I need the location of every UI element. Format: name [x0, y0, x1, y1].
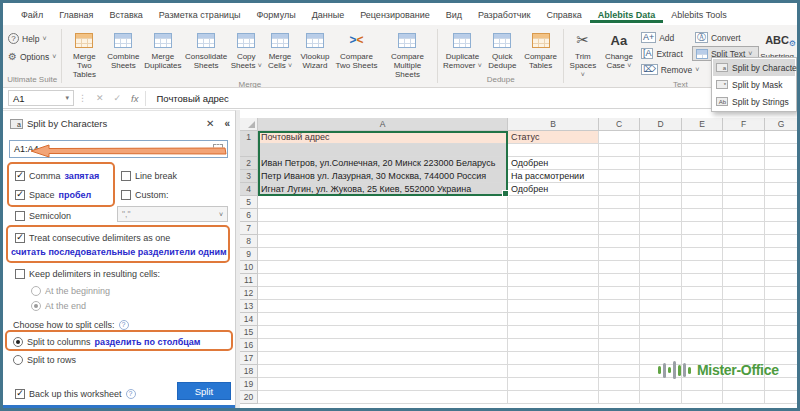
cell-E2[interactable] [682, 157, 723, 170]
row-header-4[interactable]: 4 [240, 183, 258, 196]
column-header-D[interactable]: D [640, 118, 682, 131]
cell-A3[interactable]: Петр Иванов ул. Лазурная, 30 Москва, 744… [258, 170, 508, 183]
cell-F9[interactable] [723, 248, 765, 261]
cell-F8[interactable] [723, 235, 765, 248]
split-to-columns-radio[interactable] [13, 337, 23, 347]
cell-C1[interactable] [599, 131, 640, 144]
cell-G14[interactable] [765, 313, 798, 326]
cell-G12[interactable] [765, 287, 798, 300]
column-header-G[interactable]: G [765, 118, 798, 131]
cell-C7[interactable] [599, 222, 640, 235]
cell-G13[interactable] [765, 300, 798, 313]
cell-B2[interactable]: Одобрен [508, 157, 599, 170]
cell-D9[interactable] [640, 248, 682, 261]
cell-G4[interactable] [765, 183, 798, 196]
menu-item-split-by-characters[interactable]: aSplit by Characters [713, 59, 795, 76]
column-header-B[interactable]: B [508, 118, 599, 131]
tab-view[interactable]: Вид [438, 6, 470, 23]
cell-B15[interactable] [508, 326, 599, 339]
cell-C3[interactable] [599, 170, 640, 183]
cell-A8[interactable] [258, 235, 508, 248]
cell-B10[interactable] [508, 261, 599, 274]
custom-checkbox[interactable] [121, 190, 131, 200]
cell-F6[interactable] [723, 209, 765, 222]
cell-B3[interactable]: На рассмотрении [508, 170, 599, 183]
cell-E1[interactable] [682, 131, 723, 144]
column-header-F[interactable]: F [723, 118, 765, 131]
cell-B17[interactable] [508, 352, 599, 365]
cell-B20[interactable] [508, 391, 599, 404]
cell-D12[interactable] [640, 287, 682, 300]
cell-C15[interactable] [599, 326, 640, 339]
cell-D13[interactable] [640, 300, 682, 313]
tab-ablebits-tools[interactable]: Ablebits Tools [663, 6, 734, 23]
cell-F11[interactable] [723, 274, 765, 287]
cell-B16[interactable] [508, 339, 599, 352]
cell-A7[interactable] [258, 222, 508, 235]
merge-cells-button[interactable]: Merge Cells ˅ [264, 28, 297, 71]
cell-F1[interactable] [723, 131, 765, 144]
row-header-1[interactable]: 1 [240, 131, 258, 157]
cell-E6[interactable] [682, 209, 723, 222]
custom-delimiter-select[interactable]: ","˅ [117, 206, 228, 222]
cell-B14[interactable] [508, 313, 599, 326]
cell-C9[interactable] [599, 248, 640, 261]
cell-C2[interactable] [599, 157, 640, 170]
cell-C13[interactable] [599, 300, 640, 313]
help-circle-icon[interactable]: ? [119, 320, 129, 330]
cell-A20[interactable] [258, 391, 508, 404]
cell-B1-lower[interactable] [508, 144, 599, 157]
cell-E14[interactable] [682, 313, 723, 326]
tab-home[interactable]: Главная [51, 6, 101, 23]
cell-B18[interactable] [508, 365, 599, 378]
tab-page-layout[interactable]: Разметка страницы [151, 6, 249, 23]
cell-F2[interactable] [723, 157, 765, 170]
cell-E15[interactable] [682, 326, 723, 339]
cell-G5[interactable] [765, 196, 798, 209]
cell-B1[interactable]: Статус [508, 131, 599, 144]
cell-G19[interactable] [765, 378, 798, 391]
cell-B8[interactable] [508, 235, 599, 248]
cell-B11[interactable] [508, 274, 599, 287]
collapse-icon[interactable]: « [224, 118, 230, 129]
cell-C12[interactable] [599, 287, 640, 300]
help-circle-icon[interactable]: ? [126, 389, 136, 399]
space-checkbox[interactable] [15, 190, 25, 200]
cell-F20[interactable] [723, 391, 765, 404]
cell-C4[interactable] [599, 183, 640, 196]
cell-D14[interactable] [640, 313, 682, 326]
row-header-18[interactable]: 18 [240, 365, 258, 378]
tab-file[interactable]: Файл [13, 6, 51, 23]
duplicate-remover-button[interactable]: Duplicate Remover ˅ [440, 28, 484, 71]
range-input[interactable]: A1:A4 [9, 140, 228, 158]
cell-E11[interactable] [682, 274, 723, 287]
cell-E8[interactable] [682, 235, 723, 248]
cell-G8[interactable] [765, 235, 798, 248]
cell-G7[interactable] [765, 222, 798, 235]
cell-A15[interactable] [258, 326, 508, 339]
cell-G11[interactable] [765, 274, 798, 287]
compare-tables-button[interactable]: Compare Tables [520, 28, 561, 71]
cell-A4[interactable]: Игнат Лугин, ул. Жукова, 25 Киев, 552000… [258, 183, 508, 196]
row-header-8[interactable]: 8 [240, 235, 258, 248]
enter-icon[interactable]: ✓ [114, 93, 122, 103]
cell-A18[interactable] [258, 365, 508, 378]
row-header-16[interactable]: 16 [240, 339, 258, 352]
copy-sheets-button[interactable]: Copy Sheets ˅ [229, 28, 264, 71]
cell-A5[interactable] [258, 196, 508, 209]
cell-D11[interactable] [640, 274, 682, 287]
cell-F3[interactable] [723, 170, 765, 183]
cell-F14[interactable] [723, 313, 765, 326]
split-button[interactable]: Split [177, 382, 231, 400]
cell-G16[interactable] [765, 339, 798, 352]
cell-G2[interactable] [765, 157, 798, 170]
compare-two-sheets-button[interactable]: ><Compare Two Sheets [333, 28, 379, 71]
formula-input[interactable]: Почтовый адрес [148, 93, 797, 104]
insert-function-icon[interactable]: fx [131, 93, 138, 104]
merge-two-tables-button[interactable]: Merge Two Tables [64, 28, 104, 80]
tab-ablebits-data[interactable]: Ablebits Data [590, 6, 664, 23]
cell-A6[interactable] [258, 209, 508, 222]
cell-E7[interactable] [682, 222, 723, 235]
change-case-button[interactable]: AaChange Case ˅ [600, 28, 638, 71]
row-header-3[interactable]: 3 [240, 170, 258, 183]
